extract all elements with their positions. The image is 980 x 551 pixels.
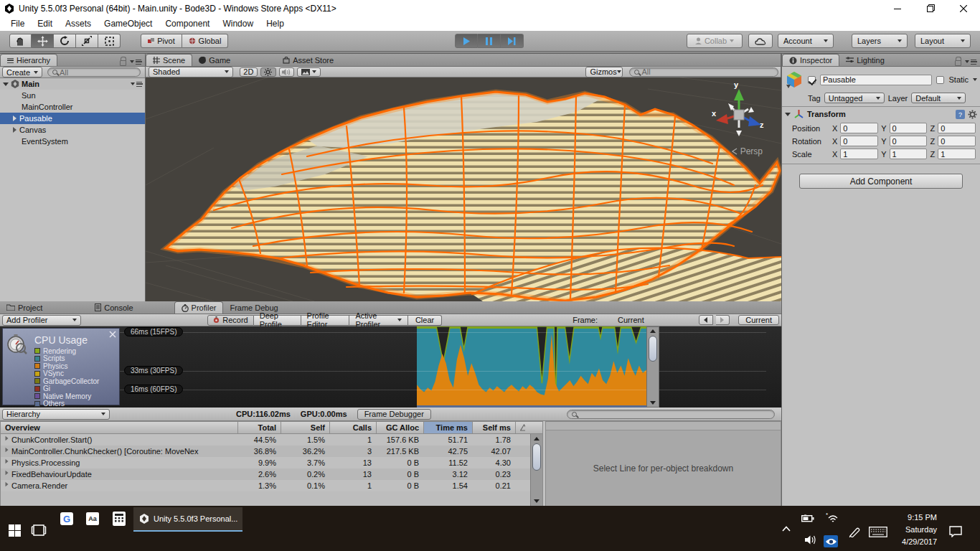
tray-expand-chevron[interactable] bbox=[781, 524, 792, 533]
scene-orientation-gizmo[interactable]: y x z bbox=[712, 83, 765, 139]
hand-tool-button[interactable] bbox=[9, 34, 32, 48]
eye-tray-icon[interactable] bbox=[824, 535, 838, 547]
scene-viewport[interactable]: y x z Persp bbox=[146, 77, 781, 301]
col-overview[interactable]: Overview bbox=[1, 422, 237, 433]
prev-frame-button[interactable] bbox=[699, 315, 713, 325]
col-gc-alloc[interactable]: GC Alloc bbox=[376, 422, 423, 433]
table-row[interactable]: Physics.Processing 9.9%3.7% 130 B 11.524… bbox=[1, 457, 542, 468]
pivot-toggle-button[interactable]: Pivot bbox=[141, 34, 182, 48]
lighting-toggle-button[interactable] bbox=[260, 67, 276, 77]
step-button[interactable] bbox=[501, 34, 524, 48]
tab-hierarchy[interactable]: Hierarchy bbox=[0, 54, 57, 66]
create-dropdown[interactable]: Create bbox=[2, 67, 42, 77]
close-icon[interactable] bbox=[109, 331, 116, 338]
deep-profile-button[interactable]: Deep Profile bbox=[254, 315, 301, 326]
gear-icon[interactable] bbox=[968, 110, 977, 119]
layout-dropdown[interactable]: Layout bbox=[915, 34, 971, 48]
tree-row-sun[interactable]: Sun bbox=[0, 90, 145, 101]
chrome-shortcut[interactable]: G bbox=[60, 512, 73, 525]
play-button[interactable] bbox=[455, 34, 478, 48]
layer-dropdown[interactable]: Default bbox=[911, 93, 966, 103]
start-button[interactable] bbox=[6, 522, 23, 538]
rotation-x-field[interactable]: 0 bbox=[840, 136, 878, 146]
calculator-shortcut[interactable] bbox=[113, 512, 126, 526]
current-frame-button[interactable]: Current bbox=[738, 315, 779, 325]
active-profiler-dropdown[interactable]: Active Profiler bbox=[349, 315, 407, 326]
position-y-field[interactable]: 0 bbox=[890, 123, 928, 133]
foldout-closed-icon[interactable] bbox=[13, 116, 17, 121]
col-warnings[interactable] bbox=[515, 422, 529, 433]
active-checkbox[interactable] bbox=[808, 76, 816, 84]
position-x-field[interactable]: 0 bbox=[840, 123, 878, 133]
rotation-z-field[interactable]: 0 bbox=[938, 136, 976, 146]
table-row[interactable]: ChunkController.Start() 44.5%1.5% 1157.6… bbox=[1, 434, 542, 446]
profiler-graph-area[interactable]: CPU Usage Rendering Scripts Physics VSyn… bbox=[0, 326, 781, 408]
col-calls[interactable]: Calls bbox=[329, 422, 376, 433]
legend-item[interactable]: GarbageCollector bbox=[34, 377, 99, 385]
menu-gameobject[interactable]: GameObject bbox=[98, 19, 159, 29]
account-dropdown[interactable]: Account bbox=[778, 34, 834, 48]
static-checkbox[interactable] bbox=[936, 76, 944, 84]
menu-edit[interactable]: Edit bbox=[31, 19, 59, 29]
table-scrollbar-thumb[interactable] bbox=[532, 443, 541, 471]
action-center-button[interactable] bbox=[947, 525, 964, 538]
foldout-open-icon[interactable] bbox=[785, 113, 791, 116]
volume-tray-icon[interactable] bbox=[804, 534, 818, 545]
keyboard-tray-icon[interactable] bbox=[868, 526, 888, 538]
dictionary-shortcut[interactable]: Aa bbox=[86, 512, 99, 525]
unity-taskbar-button[interactable]: Unity 5.5.0f3 Personal... bbox=[133, 507, 242, 532]
effects-dropdown[interactable] bbox=[297, 67, 321, 77]
legend-item[interactable]: Others bbox=[34, 400, 99, 408]
scene-menu-icon[interactable] bbox=[131, 82, 145, 87]
restore-button[interactable] bbox=[914, 0, 947, 17]
gizmos-dropdown[interactable]: Gizmos bbox=[585, 67, 623, 77]
col-total[interactable]: Total bbox=[237, 422, 281, 433]
tab-game[interactable]: Game bbox=[192, 54, 237, 66]
foldout-closed-icon[interactable] bbox=[13, 127, 17, 133]
legend-item[interactable]: Scripts bbox=[34, 355, 99, 363]
position-z-field[interactable]: 0 bbox=[938, 123, 976, 133]
tree-row-eventsystem[interactable]: EventSystem bbox=[0, 136, 145, 147]
shaded-dropdown[interactable]: Shaded bbox=[149, 67, 233, 77]
legend-item[interactable]: Rendering bbox=[34, 347, 99, 355]
rotate-tool-button[interactable] bbox=[54, 34, 76, 48]
menu-component[interactable]: Component bbox=[159, 19, 216, 29]
rect-tool-button[interactable] bbox=[98, 34, 121, 48]
battery-tray-icon[interactable] bbox=[801, 513, 815, 523]
frame-debugger-button[interactable]: Frame Debugger bbox=[357, 409, 431, 420]
legend-item[interactable]: Native Memory bbox=[34, 392, 99, 400]
table-row[interactable]: Camera.Render 1.3%0.1% 10 B 1.540.21 bbox=[1, 480, 542, 491]
graph-scrollbar-thumb[interactable] bbox=[649, 336, 657, 362]
collab-button[interactable]: Collab bbox=[687, 34, 743, 48]
profiler-search-input[interactable] bbox=[567, 410, 775, 419]
tree-row-main[interactable]: Main bbox=[0, 78, 145, 90]
close-button[interactable] bbox=[947, 0, 980, 17]
scale-tool-button[interactable] bbox=[76, 34, 98, 48]
col-self[interactable]: Self bbox=[281, 422, 329, 433]
lock-icon[interactable] bbox=[955, 60, 961, 66]
audio-toggle-button[interactable] bbox=[279, 67, 295, 77]
layers-dropdown[interactable]: Layers bbox=[852, 34, 908, 48]
menu-file[interactable]: File bbox=[4, 19, 31, 29]
move-tool-button[interactable] bbox=[32, 34, 54, 48]
help-icon[interactable]: ? bbox=[956, 110, 965, 119]
cpu-graph-canvas[interactable] bbox=[417, 326, 646, 408]
tree-row-maincontroller[interactable]: MainController bbox=[0, 101, 145, 113]
graph-scrollbar[interactable] bbox=[646, 326, 659, 408]
col-self-ms[interactable]: Self ms bbox=[472, 422, 515, 433]
tab-asset-store[interactable]: Asset Store bbox=[276, 54, 340, 66]
tab-console[interactable]: Console bbox=[88, 301, 139, 314]
cpu-usage-card[interactable]: CPU Usage Rendering Scripts Physics VSyn… bbox=[2, 328, 120, 405]
tab-lighting[interactable]: Lighting bbox=[839, 54, 891, 66]
pause-button[interactable] bbox=[478, 34, 501, 48]
transform-header[interactable]: Transform ? bbox=[782, 107, 980, 121]
scale-x-field[interactable]: 1 bbox=[840, 149, 878, 159]
object-name-field[interactable]: Pausable bbox=[820, 75, 932, 85]
wifi-tray-icon[interactable]: * bbox=[825, 512, 839, 524]
task-view-button[interactable] bbox=[30, 523, 47, 537]
global-toggle-button[interactable]: Global bbox=[182, 34, 228, 48]
hierarchy-search-input[interactable]: All bbox=[47, 67, 141, 77]
cloud-button[interactable] bbox=[748, 34, 773, 48]
profile-editor-button[interactable]: Profile Editor bbox=[301, 315, 350, 326]
tree-row-pausable[interactable]: Pausable bbox=[0, 113, 145, 124]
